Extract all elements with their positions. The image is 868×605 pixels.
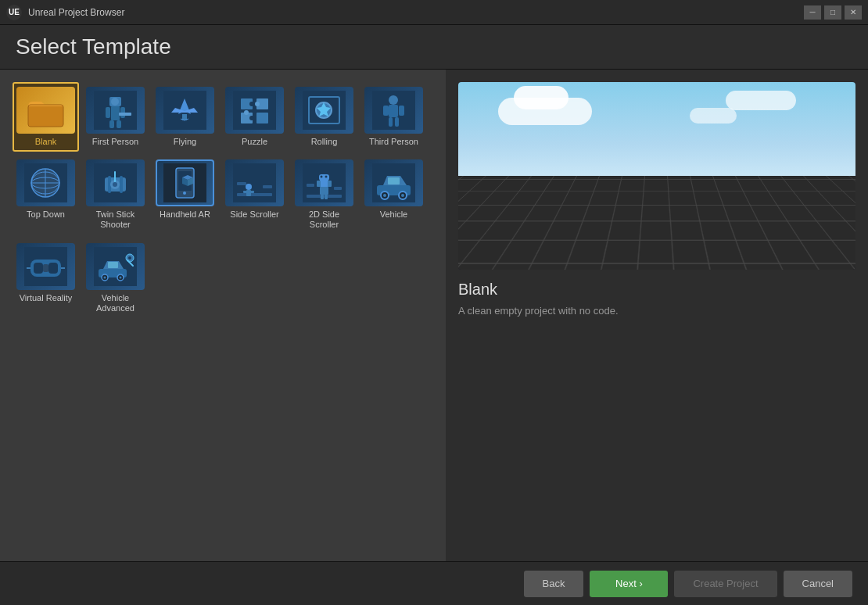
- svg-point-56: [246, 184, 252, 190]
- template-item-rolling[interactable]: Rolling: [291, 82, 357, 152]
- template-item-puzzle[interactable]: Puzzle: [221, 82, 288, 152]
- svg-point-51: [183, 192, 186, 195]
- sky-background: [458, 82, 855, 185]
- template-label-vehicle: Vehicle: [380, 209, 407, 220]
- svg-rect-63: [334, 187, 342, 190]
- template-icon-flying: [156, 87, 214, 134]
- grid-vertical: [458, 176, 855, 270]
- svg-rect-27: [389, 105, 398, 117]
- sky-scene: [458, 82, 855, 270]
- page-header: Select Template: [0, 25, 868, 70]
- template-icon-first-person: [86, 87, 145, 134]
- template-label-handheld-ar: Handheld AR: [160, 209, 210, 220]
- ground-plane: [458, 176, 855, 270]
- svg-rect-89: [108, 262, 118, 268]
- template-label-vehicle-advanced: Vehicle Advanced: [87, 293, 144, 313]
- svg-point-44: [113, 182, 117, 187]
- svg-rect-65: [320, 187, 328, 195]
- template-item-top-down[interactable]: Top Down: [13, 155, 79, 234]
- svg-rect-83: [48, 263, 58, 274]
- svg-rect-8: [117, 120, 121, 128]
- template-item-twin-stick[interactable]: Twin Stick Shooter: [82, 155, 149, 234]
- template-icon-puzzle: [225, 87, 284, 134]
- svg-rect-29: [399, 106, 404, 116]
- svg-rect-84: [43, 264, 48, 272]
- template-icon-top-down: [16, 159, 75, 206]
- next-button[interactable]: Next ›: [590, 571, 668, 597]
- svg-point-72: [325, 176, 328, 178]
- cloud-3: [690, 108, 737, 124]
- template-label-top-down: Top Down: [27, 209, 65, 220]
- template-icon-rolling: [295, 87, 353, 134]
- svg-point-93: [120, 276, 122, 278]
- preview-image: [458, 82, 855, 270]
- minimize-button[interactable]: ─: [804, 5, 821, 20]
- close-button[interactable]: ✕: [845, 5, 862, 20]
- template-label-side-scroller: Side Scroller: [230, 209, 278, 220]
- template-item-virtual-reality[interactable]: Virtual Reality: [13, 238, 79, 318]
- template-item-vehicle[interactable]: Vehicle: [360, 155, 427, 234]
- template-label-puzzle: Puzzle: [242, 137, 267, 147]
- template-label-2d-side: 2D Side Scroller: [296, 209, 353, 230]
- svg-rect-54: [237, 182, 246, 185]
- svg-rect-7: [109, 120, 114, 128]
- svg-point-79: [401, 194, 404, 197]
- svg-rect-57: [246, 190, 251, 196]
- svg-point-78: [383, 194, 386, 197]
- svg-rect-69: [325, 195, 328, 199]
- footer: Back Next › Create Project Cancel: [0, 561, 868, 605]
- template-item-handheld-ar[interactable]: Handheld AR: [152, 155, 218, 234]
- page-title: Select Template: [16, 34, 852, 59]
- svg-rect-75: [388, 177, 400, 184]
- svg-point-21: [249, 116, 254, 120]
- template-icon-vehicle-advanced: [86, 243, 145, 290]
- template-label-twin-stick: Twin Stick Shooter: [87, 209, 144, 230]
- svg-rect-68: [321, 195, 324, 199]
- template-icon-2d-side: [295, 159, 353, 206]
- preview-description: A clean empty project with no code.: [458, 303, 855, 319]
- cancel-button[interactable]: Cancel: [784, 571, 852, 597]
- svg-rect-66: [317, 181, 321, 187]
- template-label-flying: Flying: [174, 137, 196, 147]
- main-content: Blank: [0, 70, 868, 561]
- ue-logo-icon: UE: [6, 5, 22, 20]
- template-item-2d-side[interactable]: 2D Side Scroller: [291, 155, 357, 234]
- template-icon-vehicle: [364, 159, 423, 206]
- svg-rect-58: [243, 191, 247, 193]
- maximize-button[interactable]: □: [824, 5, 841, 20]
- template-item-flying[interactable]: Flying: [152, 82, 218, 152]
- template-item-vehicle-advanced[interactable]: Vehicle Advanced: [82, 238, 149, 318]
- svg-rect-59: [250, 191, 254, 193]
- window-title: Unreal Project Browser: [28, 7, 124, 18]
- back-button[interactable]: Back: [524, 571, 584, 597]
- template-icon-twin-stick: [86, 159, 145, 206]
- template-item-first-person[interactable]: First Person: [82, 82, 149, 152]
- svg-point-19: [255, 102, 260, 106]
- template-label-first-person: First Person: [92, 137, 138, 147]
- window-controls: ─ □ ✕: [804, 5, 862, 20]
- template-item-side-scroller[interactable]: Side Scroller: [221, 155, 288, 234]
- svg-rect-0: [28, 105, 63, 127]
- template-icon-blank: [16, 87, 75, 134]
- template-item-third-person[interactable]: Third Person: [360, 82, 427, 152]
- template-label-blank: Blank: [35, 137, 57, 147]
- title-bar: UE Unreal Project Browser ─ □ ✕: [0, 0, 868, 25]
- svg-rect-31: [395, 117, 399, 127]
- svg-rect-30: [389, 117, 393, 127]
- svg-rect-55: [263, 185, 272, 188]
- svg-point-71: [321, 176, 323, 178]
- svg-point-9: [111, 98, 119, 106]
- template-item-blank[interactable]: Blank: [13, 82, 79, 152]
- preview-title: Blank: [458, 281, 855, 299]
- svg-rect-17: [256, 113, 268, 124]
- template-icon-side-scroller: [225, 159, 284, 206]
- template-panel: Blank: [0, 70, 446, 561]
- svg-point-18: [249, 102, 254, 106]
- svg-rect-41: [120, 176, 123, 193]
- preview-panel: Blank A clean empty project with no code…: [446, 70, 868, 561]
- svg-point-92: [104, 276, 106, 278]
- svg-rect-82: [34, 263, 43, 274]
- template-icon-third-person: [364, 87, 423, 134]
- cloud-2: [726, 91, 796, 110]
- template-label-rolling: Rolling: [311, 137, 338, 147]
